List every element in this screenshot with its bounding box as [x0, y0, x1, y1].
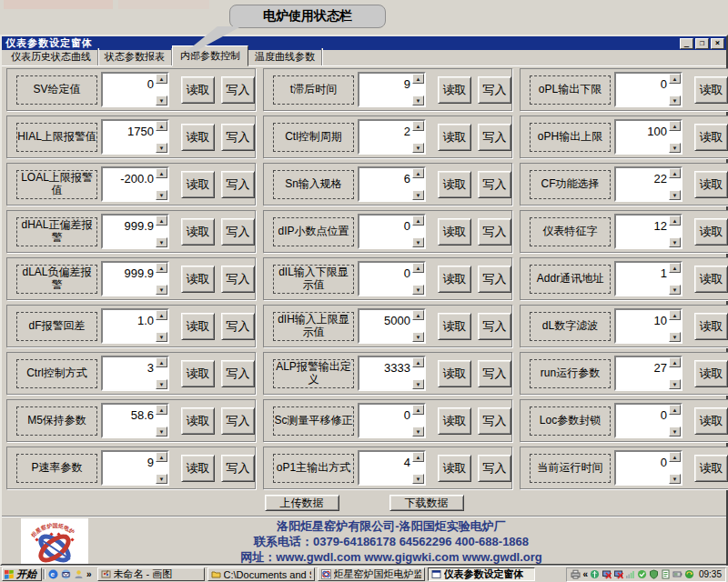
spinner-up-button[interactable]: ▲ — [669, 74, 681, 84]
tab-1[interactable]: 仪表历史状态曲线 — [5, 48, 98, 65]
write-button[interactable]: 写入 — [478, 313, 511, 340]
spinner-up-button[interactable]: ▲ — [669, 405, 681, 415]
read-button[interactable]: 读取 — [181, 171, 215, 198]
param-value-input[interactable]: 22 — [616, 168, 669, 200]
read-button[interactable]: 读取 — [694, 124, 728, 151]
read-button[interactable]: 读取 — [438, 455, 471, 482]
read-button[interactable]: 读取 — [181, 124, 215, 151]
spinner-up-button[interactable]: ▲ — [669, 168, 681, 178]
param-value-input[interactable]: 9 — [103, 452, 156, 484]
spinner-up-button[interactable]: ▲ — [669, 310, 681, 320]
param-value-input[interactable]: 1.0 — [103, 310, 156, 342]
write-button[interactable]: 写入 — [478, 360, 511, 387]
document-icon[interactable] — [661, 569, 671, 579]
tab-3[interactable]: 内部参数控制 — [172, 45, 248, 66]
taskbar-task-button[interactable]: 仪表参数设定窗体 — [428, 567, 535, 581]
spinner-up-button[interactable]: ▲ — [412, 357, 424, 367]
spinner-down-button[interactable]: ▼ — [412, 237, 424, 247]
spinner-up-button[interactable]: ▲ — [156, 405, 167, 415]
read-button[interactable]: 读取 — [694, 76, 728, 104]
spinner-up-button[interactable]: ▲ — [669, 263, 681, 273]
spinner-up-button[interactable]: ▲ — [669, 121, 681, 131]
network-error2-icon[interactable] — [613, 569, 623, 579]
spinner-down-button[interactable]: ▼ — [412, 95, 424, 105]
read-button[interactable]: 读取 — [694, 407, 728, 435]
spinner-up-button[interactable]: ▲ — [156, 216, 167, 226]
green-status-icon[interactable] — [637, 569, 647, 579]
spinner-up-button[interactable]: ▲ — [156, 263, 167, 273]
read-button[interactable]: 读取 — [181, 360, 215, 387]
write-button[interactable]: 写入 — [478, 171, 511, 198]
spinner-up-button[interactable]: ▲ — [412, 74, 424, 84]
read-button[interactable]: 读取 — [438, 360, 471, 387]
spinner-down-button[interactable]: ▼ — [412, 379, 424, 389]
ie-icon[interactable]: e — [48, 569, 58, 579]
param-value-input[interactable]: 0 — [359, 263, 412, 295]
read-button[interactable]: 读取 — [181, 313, 215, 340]
param-value-input[interactable]: 3333 — [359, 357, 412, 389]
spinner-up-button[interactable]: ▲ — [156, 357, 167, 367]
battery-icon[interactable] — [672, 569, 682, 579]
footer-website[interactable]: 网址：www.gwdl.com www.gigwki.com www.gwdl.… — [93, 549, 690, 565]
read-button[interactable]: 读取 — [438, 407, 471, 435]
download-data-button[interactable]: 下载数据 — [389, 495, 464, 511]
param-value-input[interactable]: 1 — [616, 263, 669, 295]
messenger-icon[interactable] — [74, 569, 84, 579]
param-value-input[interactable]: 27 — [616, 357, 669, 389]
spinner-down-button[interactable]: ▼ — [669, 474, 681, 484]
minimize-button[interactable]: _ — [680, 38, 693, 49]
read-button[interactable]: 读取 — [181, 455, 215, 482]
spinner-down-button[interactable]: ▼ — [156, 237, 167, 247]
tab-2[interactable]: 状态参数报表 — [98, 48, 172, 65]
spinner-down-button[interactable]: ▼ — [156, 332, 167, 342]
read-button[interactable]: 读取 — [181, 407, 215, 435]
spinner-up-button[interactable]: ▲ — [669, 216, 681, 226]
param-value-input[interactable]: 0 — [616, 405, 669, 436]
spinner-down-button[interactable]: ▼ — [669, 379, 681, 389]
spinner-up-button[interactable]: ▲ — [412, 216, 424, 226]
param-value-input[interactable]: 100 — [616, 121, 669, 153]
network-error-icon[interactable] — [602, 569, 612, 579]
read-button[interactable]: 读取 — [181, 266, 215, 293]
taskbar-task-button[interactable]: C:\Documents and Se... — [207, 567, 315, 581]
read-button[interactable]: 读取 — [694, 360, 728, 387]
write-button[interactable]: 写入 — [221, 218, 255, 246]
spinner-up-button[interactable]: ▲ — [412, 310, 424, 320]
write-button[interactable]: 写入 — [221, 171, 255, 198]
read-button[interactable]: 读取 — [438, 124, 471, 151]
spinner-down-button[interactable]: ▼ — [412, 190, 424, 200]
param-value-input[interactable]: 58.6 — [103, 405, 156, 436]
read-button[interactable]: 读取 — [694, 218, 728, 246]
spinner-down-button[interactable]: ▼ — [669, 426, 681, 436]
spinner-down-button[interactable]: ▼ — [412, 426, 424, 436]
spinner-down-button[interactable]: ▼ — [156, 379, 167, 389]
read-button[interactable]: 读取 — [438, 76, 471, 104]
write-button[interactable]: 写入 — [221, 124, 255, 151]
spinner-down-button[interactable]: ▼ — [669, 237, 681, 247]
spinner-up-button[interactable]: ▲ — [669, 452, 681, 462]
outlook-express-icon[interactable] — [61, 569, 71, 579]
spinner-down-button[interactable]: ▼ — [156, 95, 167, 105]
spinner-up-button[interactable]: ▲ — [156, 310, 167, 320]
write-button[interactable]: 写入 — [221, 313, 255, 340]
write-button[interactable]: 写入 — [478, 266, 511, 293]
param-value-input[interactable]: 9 — [359, 74, 412, 105]
read-button[interactable]: 读取 — [438, 313, 471, 340]
write-button[interactable]: 写入 — [478, 124, 511, 151]
spinner-down-button[interactable]: ▼ — [669, 285, 681, 295]
spinner-up-button[interactable]: ▲ — [412, 452, 424, 462]
tab-4[interactable]: 温度曲线参数 — [248, 48, 322, 65]
restore-button[interactable]: ❐ — [695, 38, 709, 49]
spinner-down-button[interactable]: ▼ — [412, 474, 424, 484]
write-button[interactable]: 写入 — [478, 407, 511, 435]
read-button[interactable]: 读取 — [181, 76, 215, 104]
read-button[interactable]: 读取 — [694, 266, 728, 293]
param-value-input[interactable]: 12 — [616, 216, 669, 247]
usb-icon[interactable] — [590, 569, 600, 579]
read-button[interactable]: 读取 — [438, 218, 471, 246]
upload-data-button[interactable]: 上传数据 — [265, 495, 339, 511]
update-icon[interactable] — [684, 569, 694, 579]
param-value-input[interactable]: 0 — [616, 74, 669, 105]
param-value-input[interactable]: 10 — [616, 310, 669, 342]
spinner-down-button[interactable]: ▼ — [156, 143, 167, 153]
